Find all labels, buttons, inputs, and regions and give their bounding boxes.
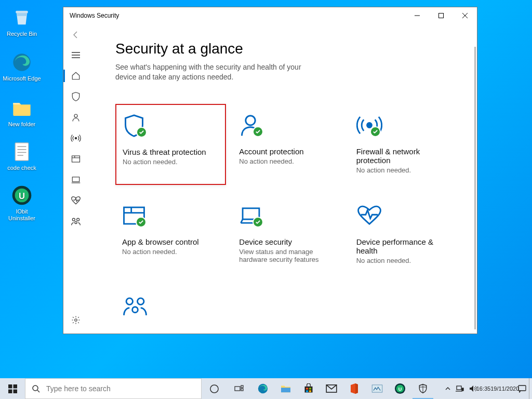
svg-rect-44 — [235, 387, 240, 391]
tray-overflow-icon[interactable] — [443, 378, 453, 399]
tray-clock[interactable]: 16:35 19/11/2020 — [480, 378, 515, 399]
checkmark-icon — [252, 217, 263, 228]
desktop-icon-code-check[interactable]: code check — [2, 140, 42, 171]
svg-line-42 — [37, 390, 39, 392]
desktop: Recycle Bin Microsoft Edge New folder co… — [0, 0, 532, 399]
nav-device-security-icon[interactable] — [63, 169, 88, 190]
svg-point-35 — [137, 298, 144, 305]
card-device-security[interactable]: Device security View status and manage h… — [232, 194, 343, 275]
folder-icon — [10, 97, 33, 119]
browser-icon — [122, 203, 219, 228]
taskbar: Type here to search U 16:35 19/11/2020 — [0, 378, 532, 399]
svg-rect-60 — [462, 388, 463, 391]
taskbar-app-1[interactable] — [366, 378, 389, 399]
svg-rect-11 — [439, 14, 444, 18]
nav-app-browser-icon[interactable] — [63, 149, 88, 169]
svg-rect-19 — [72, 156, 80, 162]
svg-rect-50 — [309, 388, 311, 389]
titlebar[interactable]: Windows Security — [63, 7, 477, 24]
svg-rect-51 — [306, 390, 308, 392]
svg-rect-48 — [305, 387, 313, 393]
svg-point-24 — [72, 218, 75, 221]
checkmark-icon — [370, 126, 381, 137]
taskbar-iobit[interactable]: U — [389, 378, 411, 399]
svg-point-18 — [75, 137, 76, 139]
svg-rect-0 — [16, 11, 28, 14]
taskbar-mail[interactable] — [320, 378, 343, 399]
tray-network-icon[interactable] — [453, 378, 467, 399]
svg-rect-46 — [241, 389, 243, 391]
card-title: Device security — [239, 237, 336, 246]
card-title: Virus & threat protection — [123, 148, 219, 156]
taskbar-office[interactable] — [343, 378, 366, 399]
svg-rect-58 — [457, 386, 461, 390]
taskbar-edge[interactable] — [251, 378, 274, 399]
cortana-button[interactable] — [202, 378, 227, 399]
page-heading: Security at a glance — [115, 41, 460, 57]
card-virus-threat-protection[interactable]: Virus & threat protection No action need… — [115, 104, 226, 185]
svg-point-43 — [210, 384, 218, 392]
taskbar-windows-security[interactable] — [411, 378, 434, 399]
checkmark-icon — [136, 217, 147, 228]
start-button[interactable] — [0, 378, 25, 399]
svg-rect-22 — [72, 177, 79, 182]
task-view-button[interactable] — [227, 378, 251, 399]
content-area: Security at a glance See what's happenin… — [88, 24, 477, 334]
system-tray: 16:35 19/11/2020 — [443, 378, 532, 399]
taskbar-explorer[interactable] — [274, 378, 297, 399]
card-desc: No action needed. — [123, 158, 219, 166]
window-windows-security: Windows Security Security — [63, 7, 477, 334]
scrollbar[interactable] — [474, 47, 476, 329]
nav-firewall-icon[interactable] — [63, 128, 88, 149]
sidebar — [63, 24, 88, 334]
desktop-icon-edge[interactable]: Microsoft Edge — [2, 51, 42, 82]
svg-text:U: U — [398, 387, 402, 392]
card-device-performance[interactable]: Device performance & health No action ne… — [350, 194, 460, 275]
svg-rect-49 — [306, 388, 308, 389]
nav-settings-icon[interactable] — [63, 310, 88, 330]
taskbar-apps: U — [251, 378, 434, 399]
hamburger-icon[interactable] — [63, 45, 88, 65]
show-desktop-button[interactable] — [529, 378, 532, 399]
nav-account-icon[interactable] — [63, 107, 88, 128]
nav-virus-icon[interactable] — [63, 86, 88, 107]
search-box[interactable]: Type here to search — [25, 378, 202, 399]
svg-point-26 — [75, 221, 77, 223]
card-app-browser[interactable]: App & browser control No action needed. — [115, 194, 226, 275]
maximize-button[interactable] — [429, 7, 453, 24]
back-icon[interactable] — [63, 25, 88, 45]
taskbar-store[interactable] — [297, 378, 320, 399]
desktop-icon-recycle-bin[interactable]: Recycle Bin — [2, 6, 42, 37]
svg-point-36 — [132, 307, 138, 313]
card-firewall[interactable]: Firewall & network protection No action … — [350, 104, 460, 185]
card-title: Device performance & health — [356, 237, 454, 255]
family-icon — [122, 294, 219, 318]
close-button[interactable] — [453, 7, 477, 24]
svg-point-41 — [33, 385, 38, 391]
desktop-icon-new-folder[interactable]: New folder — [2, 97, 42, 128]
cards-grid: Virus & threat protection No action need… — [115, 104, 460, 334]
checkmark-icon — [252, 126, 263, 137]
iobit-icon: U — [10, 184, 33, 207]
text-file-icon — [10, 140, 33, 163]
svg-text:U: U — [19, 191, 25, 201]
search-icon — [32, 384, 40, 393]
svg-point-17 — [74, 114, 77, 117]
svg-point-34 — [126, 298, 133, 305]
card-family-options[interactable] — [115, 285, 226, 334]
heart-icon — [356, 203, 454, 228]
card-account-protection[interactable]: Account protection No action needed. — [232, 104, 343, 185]
tray-notifications-icon[interactable] — [515, 378, 529, 399]
recycle-bin-icon — [10, 6, 33, 29]
laptop-icon — [239, 203, 336, 228]
minimize-button[interactable] — [405, 7, 429, 24]
svg-rect-2 — [15, 143, 29, 161]
nav-home-icon[interactable] — [63, 65, 88, 86]
nav-family-icon[interactable] — [63, 211, 88, 232]
card-desc: No action needed. — [356, 166, 454, 174]
svg-point-28 — [246, 115, 255, 125]
nav-device-health-icon[interactable] — [63, 190, 88, 211]
card-desc: No action needed. — [122, 248, 219, 256]
desktop-icon-iobit[interactable]: U IObit Uninstaller — [2, 184, 42, 222]
page-subheading: See what's happening with the security a… — [115, 62, 323, 82]
